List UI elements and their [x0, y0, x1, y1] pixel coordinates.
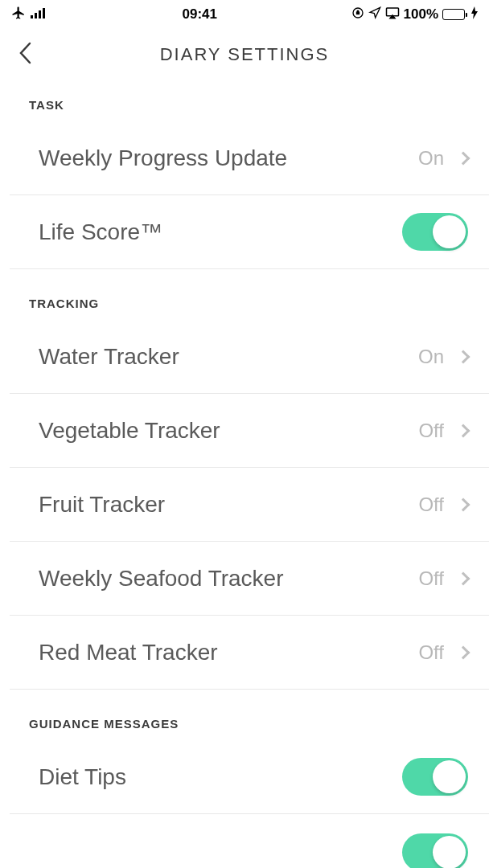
row-partial-next [10, 814, 489, 847]
airplay-icon [385, 6, 400, 23]
svg-rect-1 [35, 13, 37, 18]
row-seafood-tracker[interactable]: Weekly Seafood Tracker Off [10, 542, 489, 616]
row-right: Off [418, 493, 468, 516]
chevron-right-icon [457, 571, 471, 585]
section-header-task: TASK [0, 84, 489, 121]
status-right: 100% [351, 6, 478, 23]
row-diet-tips: Diet Tips [10, 740, 489, 814]
toggle-knob [433, 215, 466, 248]
airplane-icon [11, 6, 26, 24]
svg-rect-3 [43, 8, 45, 18]
row-label: Fruit Tracker [39, 492, 165, 518]
row-right: On [418, 346, 468, 368]
status-time: 09:41 [183, 6, 217, 23]
row-value: Off [418, 567, 444, 590]
toggle-knob [433, 836, 466, 868]
section-header-tracking: TRACKING [0, 282, 489, 320]
row-weekly-progress[interactable]: Weekly Progress Update On [10, 121, 489, 195]
status-left [11, 6, 48, 24]
row-value: On [418, 147, 444, 170]
row-value: Off [418, 420, 444, 442]
row-label: Water Tracker [39, 344, 179, 370]
row-right: Off [418, 420, 468, 442]
row-right: On [418, 147, 468, 170]
toggle-partial[interactable] [402, 833, 468, 868]
signal-icon [31, 6, 48, 23]
chevron-right-icon [457, 350, 471, 363]
header: DIARY SETTINGS [0, 26, 489, 84]
row-right: Off [418, 641, 468, 664]
row-right: Off [418, 567, 468, 590]
row-red-meat-tracker[interactable]: Red Meat Tracker Off [10, 616, 489, 690]
row-value: Off [418, 493, 444, 516]
row-label: Life Score™ [39, 219, 162, 245]
svg-rect-2 [39, 10, 41, 18]
row-value: On [418, 346, 444, 368]
back-button[interactable] [18, 41, 32, 68]
row-label: Weekly Seafood Tracker [39, 566, 284, 592]
battery-icon [442, 9, 467, 20]
location-icon [368, 6, 381, 23]
row-water-tracker[interactable]: Water Tracker On [10, 320, 489, 394]
row-life-score: Life Score™ [10, 195, 489, 269]
charging-icon [471, 6, 478, 23]
page-title: DIARY SETTINGS [14, 44, 475, 65]
row-label: Diet Tips [39, 764, 126, 790]
row-label: Vegetable Tracker [39, 418, 220, 444]
lock-rotation-icon [351, 6, 364, 23]
row-label: Weekly Progress Update [39, 145, 287, 171]
row-vegetable-tracker[interactable]: Vegetable Tracker Off [10, 394, 489, 468]
status-bar: 09:41 100% [0, 0, 489, 26]
section-header-guidance: GUIDANCE MESSAGES [0, 702, 489, 740]
row-value: Off [418, 641, 444, 664]
row-fruit-tracker[interactable]: Fruit Tracker Off [10, 468, 489, 542]
row-label: Red Meat Tracker [39, 640, 218, 665]
toggle-life-score[interactable] [402, 213, 468, 251]
chevron-right-icon [457, 645, 471, 659]
chevron-right-icon [457, 424, 471, 437]
toggle-diet-tips[interactable] [402, 758, 468, 796]
toggle-knob [433, 760, 466, 793]
chevron-right-icon [457, 151, 471, 165]
battery-percent: 100% [404, 6, 438, 23]
svg-rect-0 [31, 15, 33, 18]
chevron-right-icon [457, 497, 471, 511]
